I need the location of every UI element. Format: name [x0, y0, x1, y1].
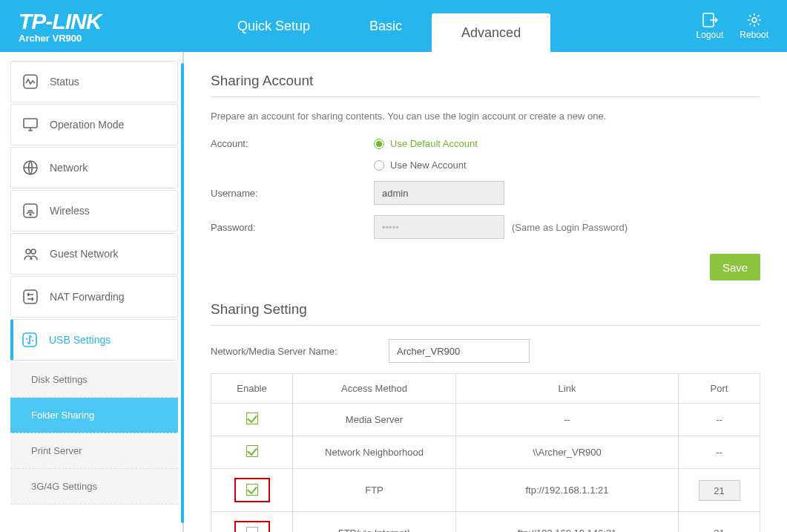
radio-label: Use New Account	[390, 160, 467, 171]
cell-enable	[211, 436, 293, 469]
sidebar-item-label: USB Settings	[49, 334, 111, 346]
svg-rect-2	[24, 75, 37, 88]
top-nav: Quick Setup Basic Advanced	[208, 0, 697, 52]
server-name-label: Network/Media Server Name:	[211, 346, 389, 357]
reboot-icon	[745, 12, 763, 28]
svg-rect-9	[24, 290, 37, 303]
cell-port: 21	[679, 512, 760, 533]
logout-icon	[701, 12, 719, 28]
cell-enable	[211, 469, 293, 512]
table-row: FTPftp://192.168.1.1:2121	[211, 469, 760, 512]
divider	[211, 96, 760, 97]
sidebar: Status Operation Mode Network Wireless G…	[0, 52, 184, 532]
svg-rect-3	[24, 119, 37, 128]
globe-icon	[22, 159, 39, 177]
sidebar-scrollbar[interactable]	[181, 63, 184, 523]
cell-link: \\Archer_VR900	[456, 436, 679, 469]
tab-basic[interactable]: Basic	[340, 0, 432, 52]
cell-enable	[211, 512, 293, 533]
svg-point-1	[752, 18, 757, 22]
cell-method: FTP(via Internet)	[293, 512, 456, 533]
brand: TP-LINK Archer VR900	[0, 9, 208, 44]
tab-quick-setup[interactable]: Quick Setup	[208, 0, 340, 52]
brand-logo: TP-LINK	[19, 9, 208, 34]
account-label: Account:	[211, 138, 374, 149]
cell-port: 21	[679, 469, 760, 512]
username-label: Username:	[211, 188, 374, 199]
sub-item-3g4g-settings[interactable]: 3G/4G Settings	[10, 469, 178, 505]
usb-submenu: Disk Settings Folder Sharing Print Serve…	[10, 362, 178, 505]
cell-method: Network Neighborhood	[293, 436, 456, 469]
enable-checkbox[interactable]	[246, 484, 258, 496]
sidebar-item-wireless[interactable]: Wireless	[10, 190, 178, 231]
sidebar-item-network[interactable]: Network	[10, 147, 178, 188]
cell-enable	[211, 404, 293, 436]
sidebar-item-label: Operation Mode	[50, 119, 124, 131]
svg-point-6	[30, 214, 31, 215]
table-row: Network Neighborhood\\Archer_VR900--	[211, 436, 760, 469]
sharing-table: Enable Access Method Link Port Media Ser…	[211, 373, 760, 532]
col-port: Port	[679, 374, 760, 404]
radio-use-default-account[interactable]: Use Default Account	[374, 138, 478, 149]
svg-point-8	[31, 249, 36, 254]
radio-use-new-account[interactable]: Use New Account	[374, 160, 467, 171]
save-button[interactable]: Save	[710, 254, 760, 280]
cell-method: Media Server	[293, 404, 456, 436]
usb-icon	[21, 331, 39, 349]
sidebar-item-nat-forwarding[interactable]: NAT Forwarding	[10, 276, 178, 318]
guests-icon	[22, 245, 39, 263]
table-row: FTP(via Internet)ftp://192.168.10.146:21…	[211, 512, 760, 533]
radio-dot-icon	[374, 139, 384, 149]
logout-button[interactable]: Logout	[697, 12, 724, 40]
col-access-method: Access Method	[293, 374, 456, 404]
reboot-label: Reboot	[740, 30, 768, 40]
username-field[interactable]	[374, 181, 504, 205]
sidebar-item-status[interactable]: Status	[10, 61, 178, 102]
enable-checkbox[interactable]	[246, 445, 258, 457]
enable-checkbox[interactable]	[246, 413, 258, 424]
sub-item-folder-sharing[interactable]: Folder Sharing	[10, 398, 178, 433]
table-row: Media Server----	[211, 404, 760, 436]
section-title-sharing-setting: Sharing Setting	[211, 301, 760, 318]
main-content: Sharing Account Prepare an account for s…	[184, 52, 787, 532]
logout-label: Logout	[697, 30, 724, 40]
cell-method: FTP	[293, 469, 456, 512]
sidebar-item-label: Status	[50, 76, 79, 88]
monitor-icon	[22, 116, 39, 134]
sidebar-item-label: Network	[50, 162, 88, 174]
port-input[interactable]: 21	[699, 480, 740, 501]
section-title-sharing-account: Sharing Account	[211, 73, 760, 89]
col-enable: Enable	[211, 374, 293, 404]
brand-model: Archer VR900	[19, 33, 208, 44]
password-hint: (Same as Login Password)	[512, 222, 628, 233]
col-link: Link	[456, 374, 679, 404]
sidebar-item-operation-mode[interactable]: Operation Mode	[10, 104, 178, 145]
sub-item-disk-settings[interactable]: Disk Settings	[10, 362, 178, 398]
tab-advanced[interactable]: Advanced	[432, 13, 550, 52]
wifi-icon	[22, 202, 39, 220]
svg-point-7	[26, 249, 30, 254]
radio-label: Use Default Account	[390, 138, 478, 149]
nat-icon	[22, 288, 39, 306]
password-label: Password:	[211, 222, 374, 233]
cell-link: --	[456, 404, 679, 436]
top-right: Logout Reboot	[697, 12, 787, 40]
server-name-field[interactable]	[389, 339, 530, 363]
sharing-account-desc: Prepare an account for sharing contents.…	[211, 111, 760, 122]
sidebar-item-label: Wireless	[50, 205, 90, 217]
sidebar-item-label: Guest Network	[50, 248, 119, 260]
enable-checkbox[interactable]	[246, 527, 258, 532]
sidebar-item-guest-network[interactable]: Guest Network	[10, 233, 178, 275]
radio-dot-icon	[374, 160, 384, 171]
cell-port: --	[679, 404, 760, 436]
cell-link: ftp://192.168.10.146:21	[456, 512, 679, 533]
status-icon	[22, 73, 39, 91]
sidebar-item-usb-settings[interactable]: USB Settings	[10, 319, 178, 361]
sub-item-print-server[interactable]: Print Server	[10, 433, 178, 469]
sidebar-item-label: NAT Forwarding	[50, 291, 125, 303]
reboot-button[interactable]: Reboot	[740, 12, 768, 40]
password-field[interactable]	[374, 215, 504, 239]
cell-link: ftp://192.168.1.1:21	[456, 469, 679, 512]
cell-port: --	[679, 436, 760, 469]
divider	[211, 325, 760, 326]
